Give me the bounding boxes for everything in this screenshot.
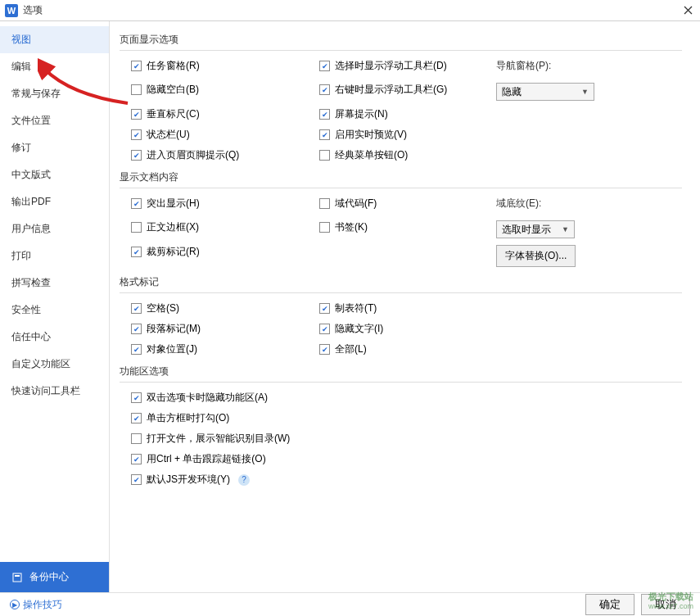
nav-pane-label: 导航窗格(P): xyxy=(496,59,682,73)
sidebar-item-5[interactable]: 中文版式 xyxy=(0,161,109,188)
checkbox[interactable]: 默认JS开发环境(Y)? xyxy=(120,473,682,487)
checkbox[interactable]: 正文边框(X) xyxy=(120,220,308,234)
checkbox[interactable]: 全部(L) xyxy=(308,342,488,356)
checkbox-label: 裁剪标记(R) xyxy=(147,245,200,259)
checkbox[interactable]: 裁剪标记(R) xyxy=(120,245,308,259)
play-icon: ▶ xyxy=(10,600,20,609)
checkbox-label: 启用实时预览(V) xyxy=(335,128,407,142)
checkbox-box xyxy=(319,61,330,71)
footer: ▶ 操作技巧 确定 取消 xyxy=(0,593,700,616)
sidebar-item-10[interactable]: 安全性 xyxy=(0,297,109,324)
checkbox-box xyxy=(131,413,142,424)
checkbox[interactable]: 打开文件，展示智能识别目录(W) xyxy=(120,432,682,446)
sidebar-item-7[interactable]: 用户信息 xyxy=(0,215,109,242)
backup-icon xyxy=(11,572,23,583)
dropdown-value: 选取时显示 xyxy=(502,223,551,237)
sidebar-item-2[interactable]: 常规与保存 xyxy=(0,80,109,107)
app-icon: W xyxy=(5,4,18,17)
checkbox-label: 书签(K) xyxy=(335,220,368,234)
checkbox-box xyxy=(131,84,142,95)
checkbox[interactable]: 屏幕提示(N) xyxy=(308,107,488,121)
checkbox[interactable]: 对象位置(J) xyxy=(120,342,308,356)
checkbox-box xyxy=(131,129,142,140)
checkbox[interactable]: 经典菜单按钮(O) xyxy=(308,148,488,162)
checkbox-box xyxy=(319,150,330,161)
sidebar: 视图编辑常规与保存文件位置修订中文版式输出PDF用户信息打印拼写检查安全性信任中… xyxy=(0,21,110,592)
sidebar-item-0[interactable]: 视图 xyxy=(0,26,109,53)
window-title: 选项 xyxy=(23,3,680,17)
checkbox-box xyxy=(131,222,142,233)
checkbox-label: 突出显示(H) xyxy=(147,197,200,211)
section-ribbon: 功能区选项 双击选项卡时隐藏功能区(A)单击方框时打勾(O)打开文件，展示智能识… xyxy=(120,365,682,487)
checkbox-label: 用Ctrl + 单击跟踪超链接(O) xyxy=(147,452,266,466)
checkbox[interactable]: 选择时显示浮动工具栏(D) xyxy=(308,59,488,73)
sidebar-item-6[interactable]: 输出PDF xyxy=(0,188,109,215)
checkbox-box xyxy=(319,222,330,233)
checkbox[interactable]: 垂直标尺(C) xyxy=(120,107,308,121)
sidebar-item-13[interactable]: 快速访问工具栏 xyxy=(0,378,109,405)
checkbox[interactable]: 右键时显示浮动工具栏(G) xyxy=(308,83,488,97)
checkbox-label: 正文边框(X) xyxy=(147,220,199,234)
checkbox[interactable]: 状态栏(U) xyxy=(120,128,308,142)
sidebar-item-3[interactable]: 文件位置 xyxy=(0,107,109,134)
checkbox[interactable]: 单击方框时打勾(O) xyxy=(120,411,682,425)
checkbox-box xyxy=(131,247,142,257)
checkbox-box xyxy=(319,324,330,334)
backup-center-button[interactable]: 备份中心 xyxy=(0,562,109,592)
checkbox-label: 域代码(F) xyxy=(335,197,377,211)
checkbox[interactable]: 隐藏空白(B) xyxy=(120,83,308,97)
section-title: 显示文档内容 xyxy=(120,170,682,188)
checkbox-label: 段落标记(M) xyxy=(147,322,201,336)
checkbox-label: 双击选项卡时隐藏功能区(A) xyxy=(147,391,268,405)
checkbox-box xyxy=(131,344,142,355)
section-title: 功能区选项 xyxy=(120,365,682,383)
checkbox-label: 状态栏(U) xyxy=(147,128,190,142)
tips-label: 操作技巧 xyxy=(23,598,62,612)
section-title: 格式标记 xyxy=(120,275,682,293)
checkbox-label: 隐藏文字(I) xyxy=(335,322,383,336)
sidebar-item-4[interactable]: 修订 xyxy=(0,134,109,161)
checkbox[interactable]: 空格(S) xyxy=(120,301,308,315)
checkbox-box xyxy=(131,198,142,209)
checkbox-label: 空格(S) xyxy=(147,301,179,315)
svg-rect-0 xyxy=(13,573,21,582)
svg-rect-1 xyxy=(15,575,20,577)
close-button[interactable] xyxy=(680,3,695,18)
ok-button[interactable]: 确定 xyxy=(585,594,635,615)
font-substitution-button[interactable]: 字体替换(O)... xyxy=(496,245,576,267)
sidebar-item-11[interactable]: 信任中心 xyxy=(0,324,109,351)
checkbox[interactable]: 用Ctrl + 单击跟踪超链接(O) xyxy=(120,452,682,466)
checkbox-label: 屏幕提示(N) xyxy=(335,107,388,121)
tips-link[interactable]: ▶ 操作技巧 xyxy=(10,598,62,612)
sidebar-item-8[interactable]: 打印 xyxy=(0,242,109,270)
checkbox[interactable]: 隐藏文字(I) xyxy=(308,322,488,336)
sidebar-items: 视图编辑常规与保存文件位置修订中文版式输出PDF用户信息打印拼写检查安全性信任中… xyxy=(0,21,109,562)
checkbox-box xyxy=(319,129,330,140)
checkbox-label: 垂直标尺(C) xyxy=(147,107,200,121)
main-area: 视图编辑常规与保存文件位置修订中文版式输出PDF用户信息打印拼写检查安全性信任中… xyxy=(0,21,700,593)
checkbox-box xyxy=(319,303,330,314)
checkbox[interactable]: 启用实时预览(V) xyxy=(308,128,488,142)
close-icon xyxy=(684,6,693,15)
nav-pane-dropdown[interactable]: 隐藏▼ xyxy=(496,83,594,101)
checkbox-label: 右键时显示浮动工具栏(G) xyxy=(335,83,447,97)
checkbox[interactable]: 书签(K) xyxy=(308,220,488,234)
sidebar-item-1[interactable]: 编辑 xyxy=(0,53,109,80)
cancel-button[interactable]: 取消 xyxy=(641,594,690,615)
checkbox[interactable]: 双击选项卡时隐藏功能区(A) xyxy=(120,391,682,405)
checkbox-label: 选择时显示浮动工具栏(D) xyxy=(335,59,447,73)
sidebar-item-12[interactable]: 自定义功能区 xyxy=(0,351,109,378)
checkbox[interactable]: 域代码(F) xyxy=(308,197,488,211)
help-icon[interactable]: ? xyxy=(238,474,250,486)
backup-label: 备份中心 xyxy=(29,570,69,584)
checkbox[interactable]: 进入页眉页脚提示(Q) xyxy=(120,148,308,162)
field-shading-dropdown[interactable]: 选取时显示▼ xyxy=(496,220,575,238)
checkbox-label: 默认JS开发环境(Y) xyxy=(147,473,230,487)
checkbox[interactable]: 段落标记(M) xyxy=(120,322,308,336)
checkbox-box xyxy=(319,109,330,120)
checkbox[interactable]: 制表符(T) xyxy=(308,301,488,315)
checkbox[interactable]: 任务窗格(R) xyxy=(120,59,308,73)
titlebar: W 选项 xyxy=(0,0,700,21)
checkbox[interactable]: 突出显示(H) xyxy=(120,197,308,211)
sidebar-item-9[interactable]: 拼写检查 xyxy=(0,270,109,297)
